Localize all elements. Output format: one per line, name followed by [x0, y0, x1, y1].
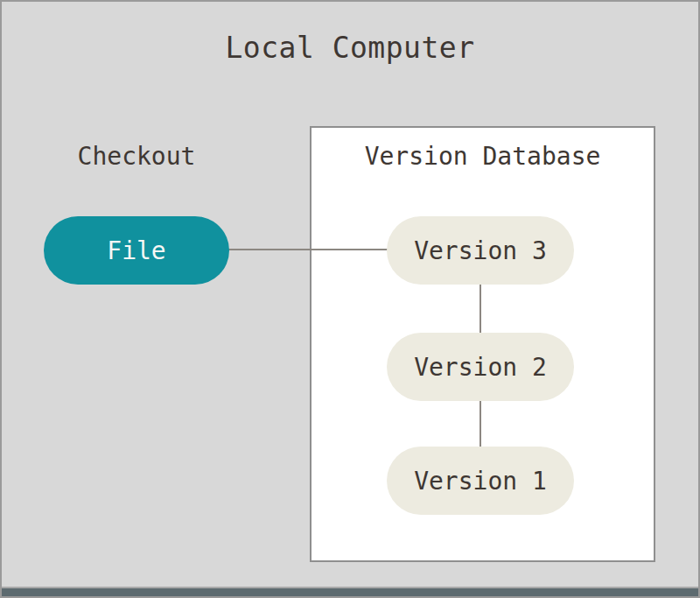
- version-database-title: Version Database: [310, 142, 655, 171]
- version-node-3: Version 3: [387, 216, 574, 285]
- window-edge-bar: [2, 587, 698, 596]
- local-computer-diagram: Local Computer Checkout Version Database…: [0, 0, 700, 598]
- checkout-label: Checkout: [44, 142, 229, 171]
- version-node-1: Version 1: [387, 447, 574, 515]
- diagram-title: Local Computer: [2, 31, 698, 65]
- connector-version2-to-version1: [480, 399, 481, 448]
- connector-version3-to-version2: [480, 283, 481, 334]
- version-node-2: Version 2: [387, 333, 574, 401]
- connector-file-to-version3: [228, 249, 388, 250]
- file-node: File: [44, 216, 229, 285]
